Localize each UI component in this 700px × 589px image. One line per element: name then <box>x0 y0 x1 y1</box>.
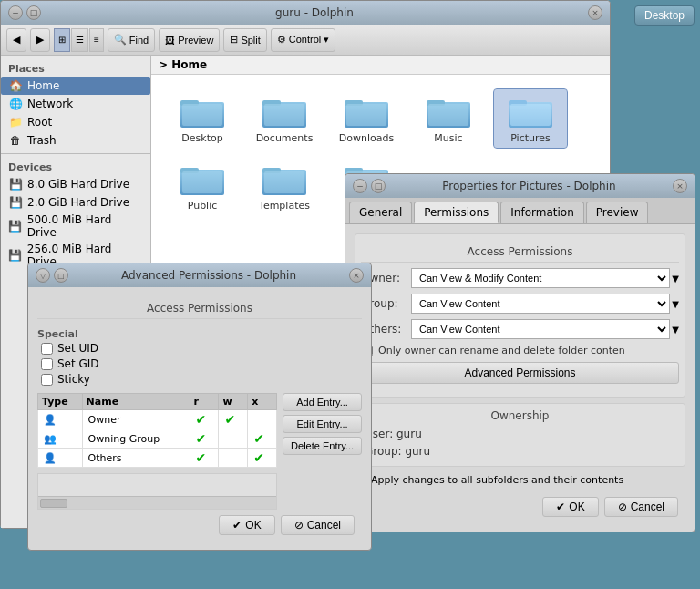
table-row[interactable]: 👤 Others ✔ ✔ <box>38 449 277 468</box>
main-maximize-button[interactable]: □ <box>26 5 41 20</box>
scrollbar-thumb[interactable] <box>40 499 67 508</box>
sidebar-network-label: Network <box>27 98 73 110</box>
main-minimize-button[interactable]: − <box>8 5 23 20</box>
properties-ok-button[interactable]: ✔ OK <box>542 497 598 517</box>
add-entry-button[interactable]: Add Entry... <box>283 393 362 411</box>
folder-icon-music <box>427 93 470 129</box>
group-x-check: ✔ <box>253 431 264 446</box>
list-view-button[interactable]: ☰ <box>71 28 88 52</box>
row-others-x: ✔ <box>248 449 277 468</box>
forward-button[interactable]: ▶ <box>30 28 50 52</box>
main-toolbar: ◀ ▶ ⊞ ☰ ≡ 🔍 Find 🖼 Preview ⊟ Split <box>1 25 610 56</box>
tab-general[interactable]: General <box>349 202 412 223</box>
file-label-pictures: Pictures <box>510 132 551 144</box>
set-uid-row: Set UID <box>41 342 362 355</box>
ownership-header: Ownership <box>365 409 675 422</box>
advanced-cancel-button[interactable]: ⊘ Cancel <box>281 515 355 535</box>
group-select[interactable]: Can View & Modify ContentCan View Conten… <box>411 294 670 314</box>
advanced-minimize-button[interactable]: ▽ <box>36 268 50 283</box>
svg-rect-14 <box>510 104 551 126</box>
sidebar-2gib-label: 2.0 GiB Hard Drive <box>27 196 129 209</box>
sidebar-8gib-label: 8.0 GiB Hard Drive <box>27 178 129 191</box>
advanced-restore-button[interactable]: □ <box>54 268 68 283</box>
properties-content: Access Permissions Owner: Can View & Mod… <box>345 224 695 532</box>
svg-rect-17 <box>182 171 222 193</box>
sidebar-item-network[interactable]: 🌐 Network <box>1 95 150 113</box>
adv-ok-icon: ✔ <box>232 519 242 532</box>
group-row: Group: Can View & Modify ContentCan View… <box>361 294 679 314</box>
sidebar-item-8gib[interactable]: 💾 8.0 GiB Hard Drive <box>1 175 150 193</box>
properties-titlebar: − □ Properties for Pictures - Dolphin × <box>345 174 695 198</box>
special-checks: Set UID Set GID Sticky <box>37 342 362 386</box>
back-button[interactable]: ◀ <box>6 28 26 52</box>
edit-entry-button[interactable]: Edit Entry... <box>283 415 362 433</box>
ok-checkmark-icon: ✔ <box>556 501 565 513</box>
main-close-controls: × <box>588 5 602 20</box>
file-item-downloads[interactable]: Downloads <box>330 89 403 148</box>
only-owner-label: Only owner can rename and delete folder … <box>378 345 625 356</box>
find-button[interactable]: 🔍 Find <box>108 28 155 52</box>
apply-changes-row: Apply changes to all subfolders and thei… <box>355 474 685 486</box>
row-owner-w: ✔ <box>219 410 248 429</box>
set-uid-checkbox[interactable] <box>41 343 53 355</box>
set-gid-checkbox[interactable] <box>41 358 53 370</box>
sidebar-item-root[interactable]: 📁 Root <box>1 113 150 131</box>
row-group-r: ✔ <box>190 429 219 449</box>
split-button[interactable]: ⊟ Split <box>223 28 266 52</box>
home-icon: 🏠 <box>8 78 23 93</box>
sidebar-item-500mib[interactable]: 💾 500.0 MiB Hard Drive <box>1 212 150 241</box>
tab-information[interactable]: Information <box>500 202 583 223</box>
properties-buttons: ✔ OK ⊘ Cancel <box>355 491 685 522</box>
advanced-access-header: Access Permissions <box>37 296 362 319</box>
properties-cancel-button[interactable]: ⊘ Cancel <box>604 497 678 517</box>
others-dropdown-arrow: ▼ <box>672 325 679 335</box>
owner-select[interactable]: Can View & Modify ContentCan View Conten… <box>411 268 670 288</box>
sidebar-item-home[interactable]: 🏠 Home <box>1 77 150 95</box>
folder-icon-pictures <box>509 93 552 129</box>
horizontal-scrollbar[interactable] <box>38 496 276 509</box>
file-item-documents[interactable]: Documents <box>248 89 321 148</box>
tab-permissions[interactable]: Permissions <box>414 202 499 223</box>
properties-title: Properties for Pictures - Dolphin <box>386 180 673 192</box>
properties-maximize-button[interactable]: □ <box>371 179 386 193</box>
back-icon: ◀ <box>13 34 20 46</box>
file-item-music[interactable]: Music <box>412 89 485 148</box>
table-row[interactable]: 👤 Owner ✔ ✔ <box>38 410 277 429</box>
find-icon: 🔍 <box>114 34 127 46</box>
desktop-button[interactable]: Desktop <box>634 5 695 26</box>
preview-label: Preview <box>178 35 213 46</box>
file-item-desktop[interactable]: Desktop <box>166 89 239 148</box>
sidebar-500mib-label: 500.0 MiB Hard Drive <box>27 213 143 239</box>
sidebar-item-trash[interactable]: 🗑 Trash <box>1 131 150 150</box>
tree-view-button[interactable]: ≡ <box>89 28 104 52</box>
properties-minimize-button[interactable]: − <box>353 179 367 193</box>
advanced-permissions-button[interactable]: Advanced Permissions <box>361 362 679 384</box>
others-r-check: ✔ <box>196 450 207 465</box>
others-select[interactable]: Can View & Modify ContentCan View Conten… <box>411 319 670 339</box>
ownership-section: Ownership User: guru Group: guru <box>355 403 685 467</box>
icon-view-button[interactable]: ⊞ <box>54 28 70 52</box>
control-icon: ⚙ <box>277 34 286 46</box>
col-name: Name <box>82 394 190 410</box>
control-button[interactable]: ⚙ Control ▾ <box>271 28 336 52</box>
preview-button[interactable]: 🖼 Preview <box>159 28 220 52</box>
advanced-close-button[interactable]: × <box>349 268 364 283</box>
file-item-templates[interactable]: Templates <box>248 157 321 215</box>
sidebar-item-2gib[interactable]: 💾 2.0 GiB Hard Drive <box>1 193 150 212</box>
advanced-ok-button[interactable]: ✔ OK <box>219 515 274 535</box>
file-item-pictures[interactable]: Pictures <box>494 89 567 148</box>
delete-entry-button[interactable]: Delete Entry... <box>283 437 362 455</box>
owner-r-check: ✔ <box>196 412 207 427</box>
table-row[interactable]: 👥 Owning Group ✔ ✔ <box>38 429 277 449</box>
sticky-checkbox[interactable] <box>41 374 53 386</box>
row-owner-r: ✔ <box>190 410 219 429</box>
file-item-public[interactable]: Public <box>166 157 239 215</box>
main-close-button[interactable]: × <box>588 5 602 20</box>
svg-rect-8 <box>346 104 386 126</box>
advanced-ok-label: OK <box>245 519 261 532</box>
properties-close-button[interactable]: × <box>673 179 687 193</box>
file-label-templates: Templates <box>259 200 310 212</box>
advanced-close-controls: × <box>349 268 364 283</box>
tab-preview[interactable]: Preview <box>586 202 649 223</box>
location-bar: > Home <box>151 56 610 75</box>
